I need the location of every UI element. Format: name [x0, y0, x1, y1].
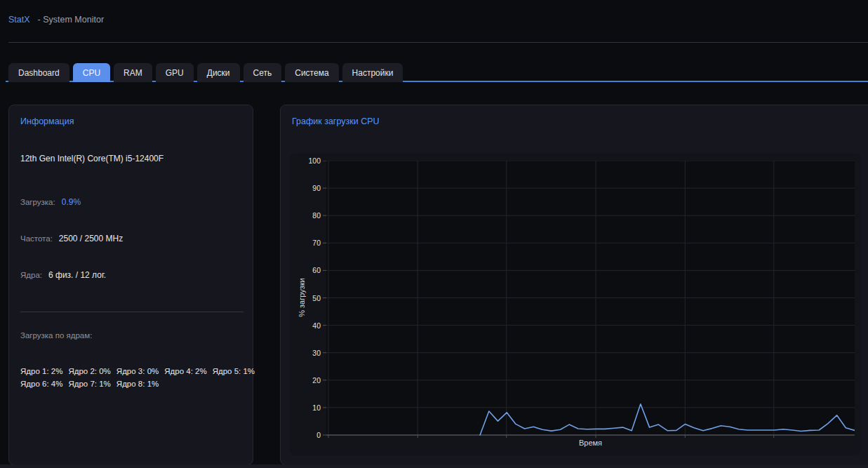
y-tick-label: 80: [290, 210, 321, 220]
tab-settings[interactable]: Настройки: [342, 63, 403, 82]
cpu-load-value: 0.9%: [62, 197, 81, 207]
cpu-cores-value: 6 физ. / 12 лог.: [48, 270, 106, 280]
app-subtitle: - System Monitor: [38, 15, 104, 25]
y-tick-label: 40: [290, 321, 321, 330]
statx-window: StatX- System Monitor DashboardCPURAMGPU…: [0, 0, 868, 468]
cpu-frequency-value: 2500 / 2500 MHz: [59, 234, 123, 243]
tab-bar: DashboardCPURAMGPUДискиСетьСистемаНастро…: [8, 63, 403, 82]
y-tick-label: 60: [290, 265, 321, 275]
per-core-load-values: Ядро 1: 2%Ядро 2: 0%Ядро 3: 0%Ядро 4: 2%…: [20, 365, 248, 389]
next-row-edge: [0, 464, 868, 468]
app-header: StatX- System Monitor: [8, 14, 104, 25]
y-tick-label: 70: [290, 238, 321, 248]
info-divider: [20, 312, 243, 312]
cpu-chart-panel: График загрузки CPU % загрузки 010203040…: [280, 105, 868, 465]
y-tick-label: 10: [290, 403, 321, 413]
per-core-load-line: Ядро 6: 4%Ядро 7: 1%Ядро 8: 1%: [20, 377, 248, 390]
cpu-cores-row: Ядра:6 физ. / 12 лог.: [20, 268, 106, 281]
app-title[interactable]: StatX: [8, 15, 30, 25]
chart-plot-area: [322, 161, 855, 439]
cpu-cores-label: Ядра:: [20, 271, 42, 279]
info-panel-title: Информация: [20, 116, 74, 127]
y-tick-label: 20: [290, 375, 321, 385]
cpu-load-row: Загрузка:0.9%: [20, 195, 81, 208]
tab-disks[interactable]: Диски: [197, 63, 240, 82]
cpu-frequency-label: Частота:: [20, 234, 53, 243]
cpu-load-label: Загрузка:: [20, 198, 55, 206]
per-core-load-line: Ядро 1: 2%Ядро 2: 0%Ядро 3: 0%Ядро 4: 2%…: [20, 365, 248, 377]
tab-system[interactable]: Система: [285, 63, 338, 82]
tab-ram[interactable]: RAM: [114, 63, 152, 82]
cpu-name: 12th Gen Intel(R) Core(TM) i5-12400F: [20, 154, 163, 163]
chart-panel-title: График загрузки CPU: [292, 116, 380, 127]
tab-network[interactable]: Сеть: [243, 63, 282, 82]
y-tick-label: 50: [290, 293, 321, 303]
tab-dashboard[interactable]: Dashboard: [8, 63, 69, 82]
tab-gpu[interactable]: GPU: [156, 63, 194, 82]
cpu-frequency-row: Частота:2500 / 2500 MHz: [20, 232, 123, 244]
cpu-info-panel: Информация 12th Gen Intel(R) Core(TM) i5…: [8, 105, 253, 465]
chart-x-axis-label: Время: [326, 438, 855, 448]
y-tick-label: 90: [290, 183, 321, 193]
header-divider: [8, 42, 868, 43]
per-core-load-label: Загрузка по ядрам:: [20, 331, 92, 340]
cpu-load-chart: % загрузки 0102030405060708090100 Время: [290, 153, 860, 455]
y-tick-label: 30: [290, 348, 321, 358]
y-tick-label: 100: [290, 156, 321, 166]
tab-cpu[interactable]: CPU: [73, 63, 110, 82]
y-tick-label: 0: [290, 430, 321, 440]
